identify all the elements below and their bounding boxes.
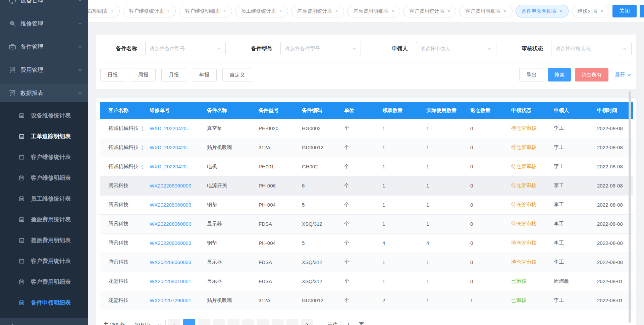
tab[interactable]: 维修列表 × xyxy=(572,5,609,17)
filter-select[interactable]: 请选择申领人 xyxy=(416,42,496,55)
cell-code: XSQ/312 xyxy=(297,253,339,272)
tab[interactable]: 客户维修明细表 × xyxy=(179,5,232,17)
status-text: 待仓管审核 xyxy=(511,163,536,169)
select-placeholder: 请选择审核状态 xyxy=(555,46,591,52)
page-button[interactable] xyxy=(227,319,239,325)
close-icon[interactable]: × xyxy=(447,9,450,13)
cell-status: 已审核 xyxy=(506,272,548,291)
cell-applicant: 李工 xyxy=(548,195,592,214)
sidebar-submenu-item[interactable]: 差旅费用明细表 xyxy=(0,230,88,251)
tab[interactable]: 客户费用明细表 × xyxy=(459,5,512,17)
filter-select[interactable]: 请选择审核状态 xyxy=(551,42,632,55)
sidebar-submenu-label: 客户维修明细表 xyxy=(31,174,71,182)
chevron-down-icon xyxy=(78,21,82,26)
chevron-down-icon xyxy=(158,323,162,325)
date-range-button[interactable]: 日报 xyxy=(100,68,125,82)
close-button[interactable]: 关闭 xyxy=(612,5,637,17)
page-button[interactable] xyxy=(272,319,284,325)
sidebar-item[interactable]: 维修管理 xyxy=(0,14,88,33)
sidebar-submenu-item[interactable]: 客户维修明细表 xyxy=(0,167,88,188)
search-button[interactable]: 搜索 xyxy=(548,68,571,82)
sidebar-submenu-item[interactable]: 客户费用统计表 xyxy=(0,251,88,271)
sidebar-item[interactable]: 备件管理 xyxy=(0,37,88,56)
vertical-scrollbar[interactable] xyxy=(629,91,631,323)
close-icon[interactable]: × xyxy=(503,9,506,13)
close-icon[interactable]: × xyxy=(111,9,114,13)
tab[interactable]: 员工维修统计表 × xyxy=(235,5,288,17)
tab[interactable]: 差旅费用统计表 × xyxy=(291,5,344,17)
repair-order-link[interactable]: WX202208060003 xyxy=(150,259,191,265)
repair-order-link[interactable]: WX202207290001 xyxy=(150,297,191,303)
sidebar-submenu-item[interactable]: 工单追踪明细表 xyxy=(0,126,88,147)
table-row: 腾讯科技 WX202208060003 钢垫 PH-004 5 个 1 1 0 … xyxy=(100,195,633,214)
board-display-button[interactable]: 看板展示 xyxy=(640,5,644,17)
sidebar-item[interactable]: 数据报表 xyxy=(0,84,88,102)
date-range-button[interactable]: 自定义 xyxy=(222,68,252,82)
close-icon[interactable]: × xyxy=(167,9,170,13)
tab[interactable]: 客户费用统计表 × xyxy=(403,5,456,17)
repair-order-link[interactable]: WX202208060003 xyxy=(150,202,191,208)
tab[interactable]: 客户维修统计表 × xyxy=(123,5,176,17)
cell-part-name: 钢垫 xyxy=(202,233,253,253)
sidebar-submenu-item[interactable]: 设备维修统计表 xyxy=(0,105,88,126)
sidebar-submenu-item[interactable]: 客户费用明细表 xyxy=(0,271,88,292)
sidebar-submenu-item[interactable]: 员工维修统计表 xyxy=(0,188,88,209)
sidebar-submenu-item[interactable]: 备件申领明细表 xyxy=(0,292,88,313)
clear-all-button[interactable]: 清空所有 xyxy=(575,68,608,82)
prev-page-button[interactable] xyxy=(168,319,180,325)
page-button[interactable] xyxy=(242,319,254,325)
cell-customer: 腾讯科技 xyxy=(100,233,144,253)
sidebar-item[interactable]: 设备管理 xyxy=(0,0,88,10)
close-icon[interactable]: × xyxy=(560,9,562,13)
close-icon[interactable]: × xyxy=(601,9,603,13)
page-button[interactable] xyxy=(286,319,299,325)
repair-order-link[interactable]: WXD_20220420... xyxy=(150,125,191,131)
chevron-down-icon xyxy=(78,0,82,3)
sidebar-item[interactable]: 费用管理 xyxy=(0,60,88,79)
repair-order-link[interactable]: WX202208060003 xyxy=(150,240,191,246)
close-icon[interactable]: × xyxy=(391,9,394,13)
repair-order-link[interactable]: WXD_20220420... xyxy=(150,164,191,169)
date-range-button[interactable]: 年报 xyxy=(192,68,217,82)
filter-select[interactable]: 请选择备件型号 xyxy=(145,42,226,55)
repair-order-link[interactable]: WX202208060003 xyxy=(150,221,191,227)
cell-returned-qty: 0 xyxy=(465,119,506,138)
calendar-icon xyxy=(18,112,25,119)
page-button[interactable] xyxy=(213,319,225,325)
repair-order-link[interactable]: WXD_20220420... xyxy=(150,145,191,150)
filter-select[interactable]: 请选择备件型号 xyxy=(280,42,361,55)
date-range-button[interactable]: 周报 xyxy=(131,68,156,82)
expand-link[interactable]: 展开 xyxy=(615,72,631,78)
tab[interactable]: 备件申领明细表 × xyxy=(516,5,569,17)
repair-order-link[interactable]: WX202208060003 xyxy=(150,183,191,188)
page-button[interactable] xyxy=(198,319,210,325)
next-page-button[interactable] xyxy=(301,319,313,325)
column-header: 客户名称 xyxy=(100,102,144,119)
cell-model: PH-0020 xyxy=(253,119,297,138)
calendar-icon xyxy=(18,154,25,160)
sidebar-submenu-item[interactable]: 差旅费用统计表 xyxy=(0,209,88,230)
sidebar-item-settings[interactable]: 系统设置 xyxy=(0,318,88,325)
close-icon[interactable]: × xyxy=(279,9,282,13)
date-range-button[interactable]: 月报 xyxy=(161,68,186,82)
export-button[interactable]: 导出 xyxy=(519,68,544,82)
tab[interactable]: 工单追踪明细表 × xyxy=(88,5,120,17)
repair-order-link[interactable]: WX202208010001 xyxy=(150,278,191,284)
page-button[interactable] xyxy=(257,319,269,325)
cell-status: 待仓管审核 xyxy=(506,138,548,157)
cell-customer: 拓诚机械科技（... xyxy=(100,157,144,176)
table-header-row: 客户名称维修单号备件名称备件型号备件编码单位领取数量实际使用数量返仓数量申领状态… xyxy=(100,102,633,119)
filter-group: 审核状态 请选择审核状态 xyxy=(506,42,632,55)
data-table: 客户名称维修单号备件名称备件型号备件编码单位领取数量实际使用数量返仓数量申领状态… xyxy=(100,102,633,310)
sidebar-item-label: 费用管理 xyxy=(20,66,43,74)
page-size-select[interactable]: 10条/页 xyxy=(131,319,166,325)
page-button[interactable] xyxy=(183,319,195,325)
column-header: 维修单号 xyxy=(144,102,202,119)
status-text: 待仓管审核 xyxy=(511,221,536,226)
sidebar-submenu-item[interactable]: 客户维修统计表 xyxy=(0,147,88,167)
column-header: 实际使用数量 xyxy=(421,102,465,119)
tab[interactable]: 差旅费用明细表 × xyxy=(347,5,400,17)
close-icon[interactable]: × xyxy=(223,9,226,13)
close-icon[interactable]: × xyxy=(335,9,338,13)
goto-page-input[interactable] xyxy=(340,319,356,325)
